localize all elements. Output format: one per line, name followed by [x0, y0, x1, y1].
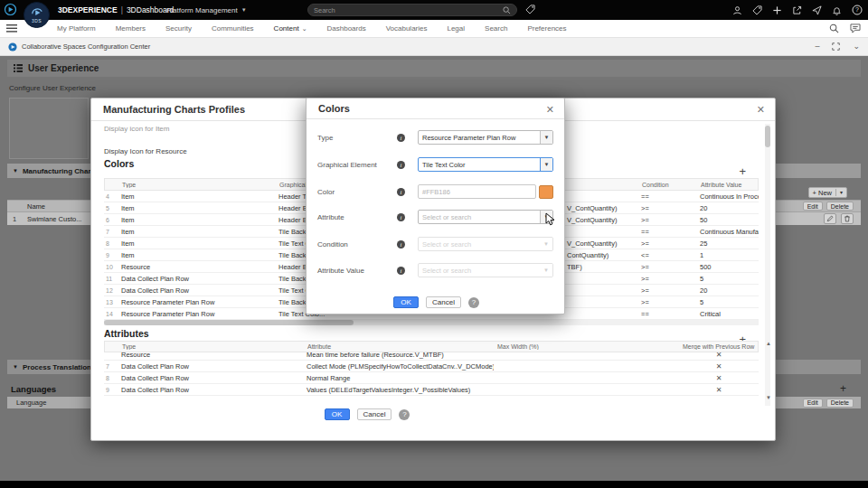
language-column-header[interactable]: Language [16, 399, 46, 407]
scrollbar-thumb[interactable] [765, 126, 770, 147]
add-icon[interactable] [772, 5, 782, 15]
cell-type: Item [118, 228, 276, 236]
attributes-table-row[interactable]: ResourceMean time before failure (Resour… [104, 352, 759, 361]
context-menu-label: Platform Management [166, 6, 238, 14]
cancel-button[interactable]: Cancel [357, 408, 392, 420]
tab-communities[interactable]: Communities [212, 24, 254, 33]
tab-security[interactable]: Security [165, 24, 192, 33]
vertical-scrollbar[interactable] [765, 124, 770, 406]
dialog-title: Manufacturing Charts Profiles [103, 104, 245, 115]
info-icon[interactable]: i [397, 134, 405, 142]
user-icon[interactable] [732, 5, 742, 15]
info-icon[interactable]: i [397, 240, 405, 249]
topbar-actions: ? [732, 0, 863, 20]
condition-placeholder: Select or search [419, 240, 540, 249]
global-search-input[interactable] [314, 6, 503, 14]
caret-down-icon[interactable]: ▼ [540, 211, 552, 223]
chat-icon[interactable] [850, 23, 861, 33]
column-header-attribute[interactable]: Attribute [305, 343, 495, 350]
chevron-down-icon[interactable]: ⌄ [302, 25, 307, 32]
remove-merge-icon[interactable]: ✕ [679, 362, 759, 371]
global-search[interactable] [307, 4, 517, 16]
tags-icon[interactable] [525, 5, 535, 14]
share-icon[interactable] [792, 5, 802, 15]
scroll-down-icon[interactable]: ▼ [766, 395, 771, 400]
attributes-table-row[interactable]: 9Data Collect Plan RowValues (DELEdTarge… [104, 384, 759, 396]
tab-content[interactable]: Content⌄ [274, 24, 307, 33]
add-language-icon[interactable]: + [840, 383, 846, 394]
edit-button[interactable]: Edit [803, 399, 823, 408]
tab-my-platform[interactable]: My Platform [57, 24, 96, 33]
tab-search[interactable]: Search [485, 24, 507, 33]
column-header-condition[interactable]: Condition [639, 182, 692, 188]
cell-type: Item [118, 251, 276, 259]
field-label: Condition [317, 240, 397, 249]
tab-dashboards[interactable]: Dashboards [327, 24, 366, 33]
color-swatch[interactable] [539, 185, 553, 199]
type-select[interactable]: Resource Parameter Plan Row ▼ [418, 130, 553, 145]
search-icon[interactable] [829, 23, 839, 33]
column-header-merge[interactable]: Merge with Previous Row [680, 343, 759, 350]
column-header-max_width[interactable]: Max Width (%) [495, 343, 680, 350]
cell-type: Resource [118, 263, 276, 271]
caret-down-icon[interactable]: ▼ [540, 131, 552, 144]
info-icon[interactable]: i [397, 267, 405, 275]
background-panel [9, 98, 89, 159]
cell-value: 20 [691, 204, 759, 212]
context-menu[interactable]: Platform Management ▼ [166, 0, 247, 20]
cell-n: 8 [104, 375, 118, 381]
column-header-value[interactable]: Attribute Value [692, 182, 759, 188]
column-header-type[interactable]: Type [119, 343, 305, 350]
trash-icon[interactable] [841, 213, 854, 224]
close-icon[interactable]: ✕ [757, 105, 765, 115]
graphical-element-select[interactable]: Tile Text Color ▼ [418, 157, 553, 172]
edit-icon[interactable] [824, 213, 836, 224]
color-input[interactable]: #FFB186 [418, 184, 536, 199]
help-icon[interactable]: ? [468, 297, 479, 308]
caret-down-icon[interactable]: ▼ [540, 158, 552, 171]
maximize-icon[interactable] [832, 42, 840, 51]
search-icon[interactable] [503, 6, 511, 14]
send-icon[interactable] [812, 5, 822, 15]
ok-button[interactable]: OK [325, 408, 350, 420]
attributes-table-row[interactable]: 7Data Collect Plan RowCollect Mode (PLMS… [104, 361, 759, 372]
delete-button[interactable]: Delete [826, 399, 854, 408]
widget-header[interactable]: User Experience [7, 60, 861, 77]
attribute-combobox[interactable]: Select or search ▼ [418, 210, 553, 224]
info-icon[interactable]: i [397, 188, 405, 196]
attribute-value-placeholder: Select or search [419, 267, 540, 275]
remove-merge-icon[interactable]: ✕ [679, 352, 759, 359]
help-icon[interactable]: ? [399, 409, 410, 420]
type-select-value: Resource Parameter Plan Row [419, 134, 540, 142]
cell-n: 6 [104, 217, 118, 223]
3ds-compass-icon[interactable] [4, 3, 17, 16]
help-icon[interactable]: ? [852, 5, 863, 15]
close-icon[interactable]: ✕ [546, 105, 554, 115]
tab-members[interactable]: Members [116, 24, 146, 33]
tag-icon[interactable] [752, 5, 762, 15]
tab-preferences[interactable]: Preferences [527, 24, 566, 33]
ok-button[interactable]: OK [393, 296, 419, 308]
remove-merge-icon[interactable]: ✕ [679, 386, 759, 394]
tab-vocabularies[interactable]: Vocabularies [386, 24, 428, 33]
tab-legal[interactable]: Legal [447, 24, 465, 33]
minimize-icon[interactable]: – [815, 42, 819, 51]
bell-icon[interactable] [832, 5, 842, 15]
info-icon[interactable]: i [397, 161, 405, 169]
info-icon[interactable]: i [397, 213, 405, 221]
edit-button[interactable]: Edit [803, 202, 823, 211]
scroll-up-icon[interactable]: ▲ [766, 341, 771, 346]
menu-icon[interactable] [6, 24, 17, 33]
remove-merge-icon[interactable]: ✕ [679, 374, 759, 382]
attributes-table-row[interactable]: 8Data Collect Plan RowNormal Range✕ [104, 372, 759, 384]
name-column-header[interactable]: Name [27, 202, 45, 211]
horizontal-scrollbar[interactable] [104, 320, 759, 325]
cancel-button[interactable]: Cancel [426, 296, 461, 308]
column-header-type[interactable]: Type [119, 182, 277, 188]
scrollbar-thumb[interactable] [104, 320, 354, 325]
3ds-logo-badge[interactable]: 3DS [24, 2, 50, 28]
new-button[interactable]: + New ▾ [808, 187, 847, 198]
chevron-down-icon[interactable]: ⌄ [853, 42, 860, 51]
add-color-icon[interactable]: + [739, 165, 746, 177]
delete-button[interactable]: Delete [826, 202, 854, 211]
